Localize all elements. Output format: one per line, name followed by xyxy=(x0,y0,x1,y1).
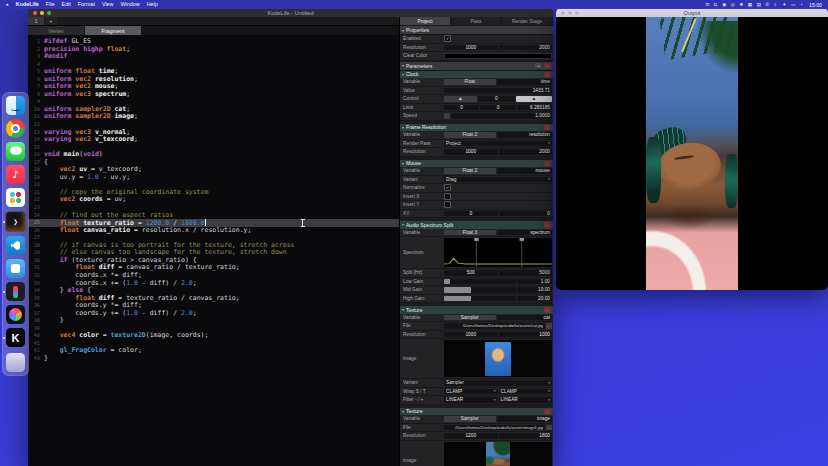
value-field[interactable]: 0 xyxy=(499,211,553,217)
add-pass-button[interactable]: + xyxy=(45,17,57,25)
value-field[interactable]: 20.00 xyxy=(517,296,552,302)
section-header-properties[interactable]: ▾Properties xyxy=(400,25,553,35)
color-swatch[interactable] xyxy=(444,53,552,59)
value-field[interactable]: cat xyxy=(497,315,553,321)
menu-item-window[interactable]: Window xyxy=(121,0,140,9)
disclosure-triangle-icon[interactable]: ▾ xyxy=(402,63,404,68)
menu-clock[interactable]: 15:00 xyxy=(809,2,822,8)
menu-item-edit[interactable]: Edit xyxy=(62,0,71,9)
value-field[interactable]: 10.00 xyxy=(517,287,552,293)
button[interactable]: Float 2 xyxy=(444,132,496,138)
dropdown[interactable]: Project▾ xyxy=(444,141,552,147)
value-field[interactable]: spectrum xyxy=(497,230,553,236)
remove-button[interactable]: - xyxy=(544,125,551,131)
disclosure-triangle-icon[interactable]: ▾ xyxy=(402,125,404,130)
code-editor[interactable]: 1 + Vertex Fragment 1#ifdef GL_ES2precis… xyxy=(28,17,399,466)
zoom-button[interactable] xyxy=(47,11,51,15)
messages-dock-icon[interactable] xyxy=(6,142,25,161)
dropdown[interactable]: LINEAR▾ xyxy=(499,397,553,403)
dropdown[interactable]: LINEAR▾ xyxy=(444,397,498,403)
kodelife-titlebar[interactable]: KodeLife - Untitled xyxy=(28,8,553,17)
dropdown[interactable]: CLAMP▾ xyxy=(444,389,498,395)
menu-app-name[interactable]: KodeLife xyxy=(16,0,39,9)
button[interactable]: Sampler xyxy=(444,315,496,321)
code-line-8[interactable]: 8uniform vec3 spectrum; xyxy=(28,91,399,99)
browse-button[interactable]: … xyxy=(546,323,552,329)
menu-item-format[interactable]: Format xyxy=(78,0,95,9)
menu-item-help[interactable]: Help xyxy=(147,0,158,9)
record-icon[interactable]: ◉ xyxy=(722,0,726,9)
terminal-dock-icon[interactable] xyxy=(5,211,26,232)
code-line-37[interactable]: 37 coords.y += (1.0 - diff) / 2.0; xyxy=(28,310,399,318)
code-line-16[interactable]: 16void main(void) xyxy=(28,151,399,159)
output-titlebar[interactable]: Output xyxy=(556,8,828,17)
active-button[interactable]: ▲ xyxy=(516,96,552,102)
colorful-app-dock-icon[interactable] xyxy=(6,305,25,324)
section-header-mouse[interactable]: ▾Mouse- xyxy=(400,160,553,168)
minimize-button[interactable] xyxy=(40,11,44,15)
checkbox[interactable] xyxy=(444,193,451,200)
code-line-14[interactable]: 14varying vec2 v_texcoord; xyxy=(28,136,399,144)
chrome-dock-icon[interactable] xyxy=(6,119,25,138)
mini-button[interactable] xyxy=(444,113,450,119)
section-header-texture[interactable]: ▾Texture- xyxy=(400,306,553,314)
value-field[interactable]: 1000 xyxy=(444,45,498,51)
tab-render-stage[interactable]: Render Stage xyxy=(502,17,553,25)
code-area[interactable]: 1#ifdef GL_ES2precision highp float;3#en… xyxy=(28,35,399,363)
dropdown[interactable]: CLAMP▾ xyxy=(499,389,553,395)
value-field[interactable]: 1000 xyxy=(444,332,498,338)
value-field[interactable]: 6.283185 xyxy=(517,105,552,111)
spectrum-graph[interactable] xyxy=(444,238,552,267)
button[interactable]: Float 2 xyxy=(444,168,496,174)
moon-icon[interactable]: ☾ xyxy=(774,0,778,9)
button[interactable]: Sampler xyxy=(444,416,496,422)
figma-dock-icon[interactable] xyxy=(6,282,25,301)
close-button[interactable] xyxy=(33,11,37,15)
value-field[interactable]: 1.00 xyxy=(517,279,552,285)
code-line-11[interactable]: 11uniform sampler2D image; xyxy=(28,113,399,121)
code-line-2[interactable]: 2precision highp float; xyxy=(28,46,399,54)
slider[interactable] xyxy=(444,279,516,285)
dropdown[interactable]: Drag▾ xyxy=(444,177,552,183)
menu-item-file[interactable]: File xyxy=(46,0,55,9)
display-icon[interactable]: ◎ xyxy=(731,0,735,9)
pass-tab[interactable]: 1 xyxy=(28,17,44,25)
code-line-19[interactable]: 19 uv.y = 1.0 - uv.y; xyxy=(28,174,399,182)
close-button[interactable] xyxy=(561,11,565,15)
battery-icon[interactable]: ▭ xyxy=(791,0,795,9)
grid-icon[interactable]: ▦ xyxy=(748,0,752,9)
button[interactable]: Float xyxy=(444,79,496,85)
value-field[interactable]: 1000 xyxy=(444,149,498,155)
value-field[interactable]: 0 xyxy=(444,105,479,111)
section-header-parameters[interactable]: ▾Parameters+- xyxy=(400,61,553,71)
value-field[interactable]: 0 xyxy=(478,96,515,102)
value-field[interactable]: 1800 xyxy=(499,433,553,439)
section-header-texture[interactable]: ▾Texture- xyxy=(400,408,553,416)
value-field[interactable]: 500 xyxy=(444,270,498,276)
zoom-button[interactable] xyxy=(575,11,579,15)
value-field[interactable]: 1000 xyxy=(499,332,553,338)
tab-project[interactable]: Project xyxy=(400,17,451,25)
value-field[interactable]: 0 xyxy=(444,211,498,217)
checkbox[interactable]: ✓ xyxy=(444,35,451,42)
code-line-26[interactable]: 26 float canvas_ratio = resolution.x / r… xyxy=(28,227,399,235)
value-field[interactable]: resolution xyxy=(497,132,553,138)
spark-icon[interactable]: ✦ xyxy=(783,0,787,9)
add-button[interactable]: + xyxy=(535,63,542,69)
code-line-40[interactable]: 40 vec4 color = texture2D(image, coords)… xyxy=(28,332,399,340)
remove-button[interactable]: - xyxy=(544,63,551,69)
disclosure-triangle-icon[interactable]: ▾ xyxy=(402,28,404,33)
phone-icon[interactable]: ✆ xyxy=(766,0,770,9)
slack-dock-icon[interactable] xyxy=(6,188,25,207)
code-line-42[interactable]: 42 gl_FragColor = color; xyxy=(28,347,399,355)
remove-button[interactable]: - xyxy=(544,409,551,415)
value-field[interactable]: 5000 xyxy=(499,270,553,276)
tab-vertex[interactable]: Vertex xyxy=(28,26,84,35)
value-field[interactable]: 1200 xyxy=(444,433,498,439)
code-line-22[interactable]: 22 vec2 coords = uv; xyxy=(28,196,399,204)
music-dock-icon[interactable] xyxy=(6,165,25,184)
value-field[interactable]: mouse xyxy=(497,168,553,174)
vscode-dock-icon[interactable] xyxy=(6,236,25,255)
apps-icon[interactable]: ❖ xyxy=(739,0,743,9)
apple-menu-icon[interactable]: ● xyxy=(6,0,9,9)
